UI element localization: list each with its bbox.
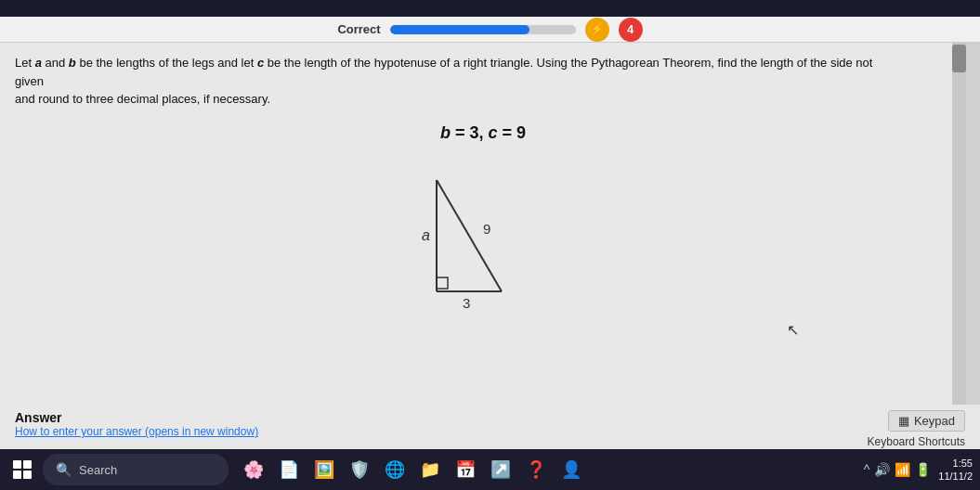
speaker-icon[interactable]: 🔊 [874,462,890,477]
badge-orange: ⚡ [585,18,609,42]
problem-text-p1: Let [15,56,35,70]
taskbar-icon-calendar[interactable]: 📅 [451,456,479,484]
clock-date: 11/11/2 [938,470,973,483]
taskbar-icon-user[interactable]: 👤 [557,456,585,484]
clock[interactable]: 1:55 11/11/2 [938,457,973,484]
answer-section: Answer How to enter your answer (opens i… [0,405,980,452]
cursor-icon: ↖ [787,321,799,339]
taskbar-icon-folder[interactable]: 📁 [416,456,444,484]
chevron-up-icon[interactable]: ^ [864,462,870,477]
system-icons: ^ 🔊 📶 🔋 [864,462,932,477]
right-angle-marker [437,277,448,289]
start-button[interactable] [7,455,37,484]
side-c-line [437,180,502,291]
answer-title: Answer [15,410,258,425]
wifi-icon[interactable]: 📶 [895,462,910,477]
progress-fill [390,25,529,34]
search-icon: 🔍 [56,462,72,477]
var-b: b [69,56,76,70]
answer-right: ▦ Keypad Keyboard Shortcuts [868,410,965,448]
scrollbar-thumb[interactable] [952,45,966,72]
search-box[interactable]: 🔍 Search [43,454,229,485]
main-content: Let a and b be the lengths of the legs a… [0,43,966,405]
clock-time: 1:55 [938,457,973,470]
var-a: a [35,56,42,70]
label-b: 3 [463,295,470,311]
keypad-label: Keypad [914,414,955,428]
taskbar-icon-file[interactable]: 📄 [275,456,303,484]
scrollbar-track[interactable] [952,43,966,405]
keyboard-shortcuts[interactable]: Keyboard Shortcuts [868,435,965,448]
search-text: Search [79,463,117,477]
progress-track [390,25,576,34]
taskbar: 🔍 Search 🌸 📄 🖼️ 🛡️ 🌐 📁 📅 ↗️ ❓ 👤 ^ 🔊 📶 🔋 … [0,449,980,490]
taskbar-icon-flower[interactable]: 🌸 [240,456,268,484]
taskbar-icon-arrow[interactable]: ↗️ [487,456,515,484]
top-bar [0,0,980,17]
badge-orange-icon: ⚡ [591,23,604,35]
keypad-button[interactable]: ▦ Keypad [888,410,965,432]
taskbar-icon-edge[interactable]: 🌐 [381,456,409,484]
taskbar-icon-task[interactable]: 🖼️ [310,456,338,484]
taskbar-icons: 🌸 📄 🖼️ 🛡️ 🌐 📁 📅 ↗️ ❓ 👤 [240,456,585,484]
problem-text-p5: and round to three decimal places, if ne… [15,92,270,106]
equation: b = 3, c = 9 [15,123,951,143]
answer-left: Answer How to enter your answer (opens i… [15,410,258,438]
problem-text-p2: and [42,56,69,70]
triangle-container: a 9 3 [15,152,951,319]
problem-text-p3: be the lengths of the legs and let [76,56,257,70]
taskbar-right: ^ 🔊 📶 🔋 1:55 11/11/2 [864,457,973,484]
equation-text: b = 3, c = 9 [440,123,526,142]
progress-bar-row: Correct ⚡ 4 [0,17,980,43]
taskbar-icon-shield[interactable]: 🛡️ [346,456,373,484]
correct-label: Correct [337,22,380,36]
label-a: a [422,227,430,243]
taskbar-icon-help[interactable]: ❓ [522,456,550,484]
answer-link[interactable]: How to enter your answer (opens in new w… [15,425,258,438]
label-c: 9 [483,221,490,237]
triangle-svg: a 9 3 [399,152,567,319]
windows-icon [13,460,32,479]
badge-red: 4 [619,18,643,42]
keypad-icon: ▦ [898,414,909,428]
battery-icon[interactable]: 🔋 [915,462,931,477]
problem-text: Let a and b be the lengths of the legs a… [15,54,897,109]
